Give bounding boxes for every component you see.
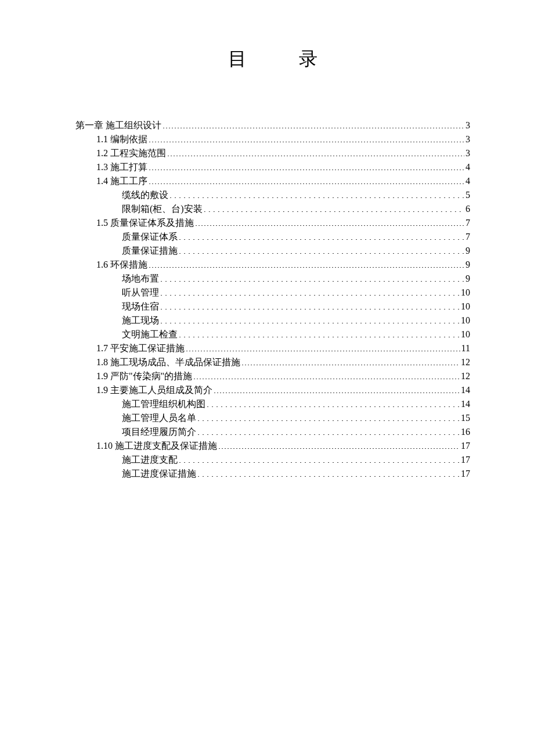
toc-entry-page: 12 [461, 355, 470, 369]
toc-entry-label: 施工进度支配 [122, 453, 178, 467]
toc-entry-label: 项目经理履历简介 [122, 425, 196, 439]
toc-entry-page: 12 [461, 369, 470, 383]
toc-entry-page: 10 [461, 300, 470, 314]
toc-entry: 1.10 施工进度支配及保证措施17 [96, 439, 470, 453]
toc-entry: 1.1 编制依据3 [96, 132, 470, 146]
toc-entry-page: 6 [466, 202, 470, 216]
toc-entry: 1.2 工程实施范围3 [96, 146, 470, 160]
toc-entry: 限制箱(柜、台)安装6 [122, 202, 470, 216]
toc-leader-dots [195, 217, 464, 226]
toc-entry-label: 1.8 施工现场成品、半成品保证措施 [96, 355, 240, 369]
toc-entry-page: 9 [466, 258, 470, 272]
toc-entry: 施工进度支配17 [122, 453, 470, 467]
toc-entry-page: 9 [466, 244, 470, 258]
toc-entry-label: 听从管理 [122, 286, 159, 300]
toc-entry-page: 4 [466, 160, 470, 174]
toc-entry: 第一章 施工组织设计3 [75, 118, 470, 132]
toc-entry-label: 施工进度保证措施 [122, 467, 196, 481]
toc-entry: 质量保证措施9 [122, 244, 470, 258]
toc-entry-label: 1.9 严防"传染病"的措施 [96, 369, 192, 383]
toc-entry-page: 3 [466, 118, 470, 132]
toc-entry: 1.4 施工工序4 [96, 174, 470, 188]
toc-entry-page: 5 [466, 188, 470, 202]
toc-entry-page: 17 [461, 453, 470, 467]
toc-entry-page: 16 [461, 425, 470, 439]
title-char-1: 目 [228, 46, 247, 72]
toc-leader-dots [241, 356, 460, 365]
page-title: 目录 [75, 46, 470, 72]
toc-entry-label: 质量保证措施 [122, 244, 178, 258]
toc-entry-page: 10 [461, 286, 470, 300]
toc-entry-page: 10 [461, 327, 470, 341]
toc-entry: 质量保证体系7 [122, 230, 470, 244]
toc-entry-page: 7 [466, 230, 470, 244]
toc-leader-dots [160, 272, 464, 282]
toc-leader-dots [207, 398, 460, 407]
toc-entry-label: 限制箱(柜、台)安装 [122, 202, 203, 216]
toc-leader-dots [149, 161, 464, 170]
toc-leader-dots [197, 412, 460, 421]
toc-entry-label: 第一章 施工组织设计 [75, 118, 161, 132]
toc-leader-dots [160, 300, 460, 309]
toc-entry-label: 1.10 施工进度支配及保证措施 [96, 439, 217, 453]
toc-entry-page: 3 [466, 146, 470, 160]
toc-leader-dots [193, 370, 460, 379]
toc-entry-page: 14 [461, 397, 470, 411]
toc-entry: 1.8 施工现场成品、半成品保证措施12 [96, 355, 470, 369]
toc-leader-dots [214, 384, 460, 393]
toc-entry: 施工管理人员名单15 [122, 411, 470, 425]
toc-entry-page: 9 [466, 272, 470, 286]
toc-entry-page: 7 [466, 216, 470, 230]
toc-entry-label: 1.9 主要施工人员组成及简介 [96, 383, 212, 397]
toc-entry: 1.3 施工打算4 [96, 160, 470, 174]
toc-leader-dots [149, 258, 464, 268]
toc-entry: 施工管理组织机构图14 [122, 397, 470, 411]
toc-entry: 1.9 主要施工人员组成及简介14 [96, 383, 470, 397]
toc-entry-label: 施工现场 [122, 314, 159, 327]
toc-entry-page: 4 [466, 174, 470, 188]
toc-leader-dots [218, 440, 460, 449]
toc-leader-dots [197, 467, 460, 477]
toc-entry: 施工现场10 [122, 314, 470, 327]
toc-leader-dots [160, 286, 460, 296]
toc-entry-label: 现场住宿 [122, 300, 159, 314]
title-char-2: 录 [299, 48, 317, 69]
toc-entry: 现场住宿10 [122, 300, 470, 314]
toc-entry: 缆线的敷设5 [122, 188, 470, 202]
toc-leader-dots [179, 244, 464, 254]
toc-entry: 1.9 严防"传染病"的措施12 [96, 369, 470, 383]
toc-entry-label: 施工管理组织机构图 [122, 397, 205, 411]
toc-leader-dots [169, 189, 464, 198]
toc-entry-label: 文明施工检查 [122, 327, 178, 341]
toc-leader-dots [149, 133, 464, 142]
toc-entry-page: 14 [461, 383, 470, 397]
toc-entry-page: 17 [461, 467, 470, 481]
table-of-contents: 第一章 施工组织设计31.1 编制依据31.2 工程实施范围31.3 施工打算4… [75, 118, 470, 481]
toc-leader-dots [163, 119, 464, 128]
toc-leader-dots [179, 328, 460, 337]
toc-leader-dots [186, 342, 460, 351]
toc-entry-label: 1.6 环保措施 [96, 258, 147, 272]
toc-entry-page: 10 [461, 314, 470, 327]
toc-entry: 项目经理履历简介16 [122, 425, 470, 439]
toc-leader-dots [179, 453, 460, 463]
toc-leader-dots [179, 231, 464, 240]
toc-entry-label: 施工管理人员名单 [122, 411, 196, 425]
toc-entry: 1.6 环保措施9 [96, 258, 470, 272]
toc-leader-dots [197, 426, 460, 435]
toc-entry-label: 1.1 编制依据 [96, 132, 147, 146]
toc-entry-label: 1.5 质量保证体系及措施 [96, 216, 194, 230]
toc-entry-page: 17 [461, 439, 470, 453]
toc-entry-label: 1.3 施工打算 [96, 160, 147, 174]
toc-leader-dots [204, 203, 464, 212]
toc-entry-page: 15 [461, 411, 470, 425]
toc-entry: 施工进度保证措施17 [122, 467, 470, 481]
toc-entry: 1.7 平安施工保证措施11 [96, 341, 470, 355]
toc-entry-label: 质量保证体系 [122, 230, 178, 244]
toc-entry: 1.5 质量保证体系及措施7 [96, 216, 470, 230]
toc-entry-label: 场地布置 [122, 272, 159, 286]
toc-leader-dots [149, 175, 464, 184]
toc-entry-page: 11 [461, 341, 470, 355]
toc-entry: 文明施工检查10 [122, 327, 470, 341]
toc-entry: 听从管理10 [122, 286, 470, 300]
